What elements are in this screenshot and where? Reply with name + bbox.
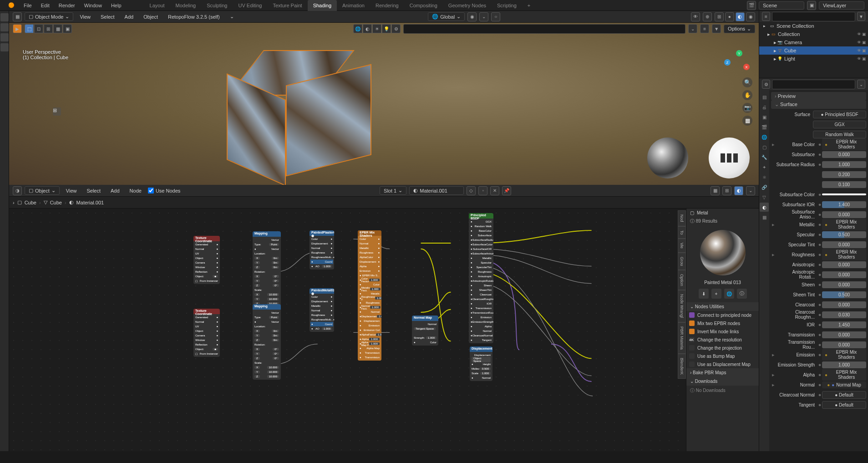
slot-dropdown[interactable]: Slot 1 ⌄ xyxy=(380,186,406,195)
backdrop-icon[interactable]: ◐ xyxy=(734,186,743,195)
navigation-gizmo[interactable]: X Y Z xyxy=(724,50,750,76)
viewlayer-icon[interactable]: ▣ xyxy=(807,1,816,10)
prop-num[interactable]: 0.000 xyxy=(822,261,866,268)
node-mapping[interactable]: Mapping Vector Type:Point ●Vector Locati… xyxy=(253,231,281,307)
select-mode-icon[interactable]: ⬚ xyxy=(25,24,34,33)
utility-item[interactable]: Invert Mix node links xyxy=(686,327,759,336)
node-displacement[interactable]: Displacement Displacement Object Space ●… xyxy=(470,346,492,381)
expand-icon[interactable]: ▸ xyxy=(771,352,776,358)
menu-window[interactable]: Window xyxy=(80,0,107,10)
axis-z[interactable]: Z xyxy=(724,59,731,66)
wireframe-icon[interactable]: ⊞ xyxy=(715,12,724,21)
utility-item[interactable]: Connect to principled node xyxy=(686,311,759,319)
side-tab[interactable]: BlenderK xyxy=(678,354,686,379)
utility-item[interactable]: Use as Bump Map xyxy=(686,352,759,360)
hdri-icon[interactable]: 💡 xyxy=(382,24,391,33)
outliner-row-camera[interactable]: ▸📷Camera👁▣ xyxy=(759,38,868,46)
side-tab[interactable]: Node Wrangl xyxy=(678,290,686,322)
menu-file[interactable]: File xyxy=(19,0,36,10)
side-tab[interactable]: To xyxy=(678,226,686,239)
expand-icon[interactable]: ▸ xyxy=(771,252,776,258)
prop-num[interactable]: 0.000 xyxy=(822,281,866,288)
side-tab[interactable]: Option xyxy=(678,270,686,290)
prop-num[interactable]: 1.000 xyxy=(822,361,866,368)
tool-icon[interactable]: ⊞ xyxy=(53,107,61,116)
node-mapping-2[interactable]: Mapping Vector Type:Point ●Vector Locati… xyxy=(253,304,281,380)
options-icon[interactable]: ⌄ xyxy=(746,186,755,195)
prop-linked[interactable]: EPBR Mix Shaders xyxy=(822,349,866,361)
tab-modifiers[interactable]: 🔧 xyxy=(760,153,769,162)
downloads-header[interactable]: ⌄ Downloads xyxy=(686,377,759,386)
select-mode-icon[interactable]: ▦ xyxy=(53,24,62,33)
utility-item[interactable]: Change the projection xyxy=(686,344,759,352)
prop-num[interactable]: 0.200 xyxy=(822,171,866,178)
panel-surface[interactable]: Surface xyxy=(771,100,866,109)
filter-icon[interactable]: ▼ xyxy=(712,24,721,33)
outliner-row-cube[interactable]: ▸▽Cube👁▣ xyxy=(759,46,868,55)
tool-item[interactable] xyxy=(0,33,9,41)
options-icon[interactable]: ⌄ xyxy=(857,80,865,89)
menu-view[interactable]: View xyxy=(76,14,94,20)
tab-scripting[interactable]: Scripting xyxy=(492,0,522,11)
filter-icon[interactable]: ≡ xyxy=(700,24,709,33)
utilities-header[interactable]: ⌄ Nodes Utilities xyxy=(686,302,759,311)
node-menu-node[interactable]: Node xyxy=(126,188,145,193)
tab-modeling[interactable]: Modeling xyxy=(170,0,202,11)
outliner-row-light[interactable]: ▸💡Light👁▣ xyxy=(759,55,868,63)
options-dropdown[interactable]: Options ⌄ xyxy=(724,25,755,33)
tab-rendering[interactable]: Rendering xyxy=(370,0,404,11)
properties-search[interactable] xyxy=(772,80,855,89)
node-menu-view[interactable]: View xyxy=(62,188,81,193)
expand-icon[interactable]: ▸ xyxy=(771,382,776,388)
node-principled-bsdf[interactable]: Principled BSDF ●GGX●Random Walk●BaseCol… xyxy=(469,213,493,343)
filter-icon[interactable]: ▼ xyxy=(857,12,865,21)
viewport-3d[interactable]: ▶ ⬚ ⊡ ⊞ ▦ ▣ 🌐 ◐ ☀ 💡 ⚙ ⌄ ≡ xyxy=(9,23,759,185)
prop-num[interactable]: 0.000 xyxy=(822,271,866,278)
download-icon[interactable]: ⬇ xyxy=(699,289,709,299)
solid-icon[interactable]: ● xyxy=(725,12,734,21)
prop-num[interactable]: 0.000 xyxy=(822,211,866,218)
menu-add[interactable]: Add xyxy=(121,14,137,20)
viewlayer-field[interactable]: ViewLayer xyxy=(819,1,864,10)
orientation-dropdown[interactable]: 🌐 Global ⌄ xyxy=(428,12,465,21)
expand-icon[interactable]: ▸ xyxy=(771,222,776,228)
tab-constraints[interactable]: 🔗 xyxy=(760,183,769,192)
tab-geometry-nodes[interactable]: Geometry Nodes xyxy=(443,0,492,11)
tab-world[interactable]: 🌐 xyxy=(760,132,769,142)
tool-item[interactable] xyxy=(0,23,9,31)
select-mode-icon[interactable]: ⊡ xyxy=(34,24,43,33)
tab-layout[interactable]: Layout xyxy=(144,0,170,11)
node-normal-map[interactable]: Normal Map Normal Tangent Space Strength… xyxy=(412,315,438,346)
axis-x[interactable]: X xyxy=(743,64,750,70)
pan-icon[interactable]: ✋ xyxy=(742,90,752,100)
node-texture-coordinate-2[interactable]: Texture Coordinate Generated● Normal● UV… xyxy=(193,309,220,357)
dropdown-icon[interactable]: ⌄ xyxy=(688,24,697,33)
node-texture-coordinate[interactable]: Texture Coordinate Generated● Normal● UV… xyxy=(193,236,220,284)
tool-select-box-icon[interactable]: ▶ xyxy=(13,24,22,33)
info-icon[interactable]: ⓘ xyxy=(737,289,747,299)
tab-sculpting[interactable]: Sculpting xyxy=(201,0,233,11)
editor-type-icon[interactable]: ▦ xyxy=(13,12,22,21)
subsurface-method-dropdown[interactable]: Random Walk xyxy=(813,131,866,138)
menu-help[interactable]: Help xyxy=(107,0,126,10)
menu-edit[interactable]: Edit xyxy=(36,0,54,10)
menu-select[interactable]: Select xyxy=(97,14,118,20)
outliner-search[interactable] xyxy=(772,12,855,21)
prop-slider[interactable]: 1.400 xyxy=(822,201,866,208)
chevron-down-icon[interactable]: ⌄ xyxy=(226,14,238,20)
unlink-material-icon[interactable]: ✕ xyxy=(490,186,499,195)
prop-num[interactable]: 0.000 xyxy=(822,151,866,158)
utility-item[interactable]: Use as Displacement Map xyxy=(686,360,759,368)
proportional-icon[interactable]: ○ xyxy=(491,12,500,21)
globe-icon[interactable]: 🌐 xyxy=(724,289,734,299)
editor-type-icon[interactable]: ◑ xyxy=(13,186,22,195)
tab-animation[interactable]: Animation xyxy=(337,0,370,11)
browse-material-icon[interactable]: ◇ xyxy=(467,186,476,195)
prop-num[interactable]: 1.000 xyxy=(822,161,866,168)
addon-label[interactable]: RetopoFlow 3.2.5 (self) xyxy=(164,14,223,20)
node-menu-add[interactable]: Add xyxy=(107,188,123,193)
shader-type-dropdown[interactable]: ▢ Object ⌄ xyxy=(25,186,60,195)
snap-icon[interactable]: ◉ xyxy=(467,12,477,21)
prop-slider[interactable]: 0.500 xyxy=(822,231,866,238)
node-epbr-mix-shaders[interactable]: EPBR Mix Shaders Color● Normal● Metallic… xyxy=(358,230,381,361)
